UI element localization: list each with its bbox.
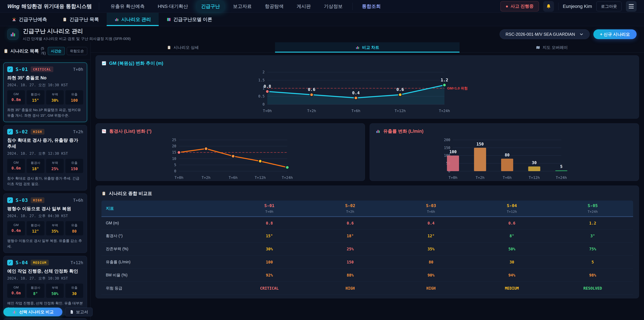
content-tab-비교차트[interactable]: 비교 차트 [275, 42, 460, 53]
nav-item-항공탐색[interactable]: 항공탐색 [260, 1, 288, 12]
bar-chart-icon [355, 45, 360, 50]
metric-value: 0.6 [310, 217, 390, 229]
scenario-id: S-03 [16, 197, 28, 203]
stat-label: 횡경사 [27, 286, 44, 290]
checkbox-checked[interactable]: ✓ [7, 197, 13, 203]
nav-item-게시판[interactable]: 게시판 [292, 1, 315, 12]
metric-value: 35% [390, 243, 472, 255]
metric-value: 75% [552, 243, 633, 255]
time-offset: T+12h [70, 260, 83, 265]
svg-text:T+0h: T+0h [263, 109, 272, 113]
stat-label: GM [7, 286, 25, 289]
tab-긴급구난예측[interactable]: 긴급구난예측 [4, 13, 55, 26]
stat-label: 부력 [46, 92, 64, 97]
alert-dot-icon: ● [506, 4, 508, 9]
stat-value: 12° [27, 229, 44, 233]
checkbox-checked[interactable]: ✓ [7, 67, 13, 72]
metric-value: 30% [229, 243, 310, 255]
scenario-card-S-02[interactable]: ✓S-02HIGHT+2h침수 확대로 경사 증가, 유출량 증가 추세2024… [3, 125, 87, 190]
nav-item-긴급구난[interactable]: 긴급구난 [197, 1, 224, 12]
metric-label: 유출률 (L/min) [102, 255, 229, 268]
stat-유출: 유출30 [66, 283, 83, 298]
scenario-stats: GM0.4m횡경사12°부력35%유출80 [7, 221, 83, 235]
gm-chart-title: GM (복원심) 변화 추이 (m) [102, 60, 633, 66]
scenario-card-S-03[interactable]: ✓S-03HIGHT+6h평형수 이동으로 경사 일부 복원2024. 10. … [3, 193, 87, 253]
checkbox-checked[interactable]: ✓ [7, 260, 13, 265]
scenario-list: ✓S-01CRITICALT+0h좌현 35° 충돌로 No2024. 10. … [0, 60, 90, 320]
content-tab-시나리오상세[interactable]: 시나리오 상세 [90, 42, 275, 53]
scenario-stats: GM0.6m횡경사18°부력25%유출150 [7, 159, 83, 173]
document-icon [70, 310, 74, 314]
stat-value: 35% [46, 229, 64, 233]
scenario-datetime: 2024. 10. 27. 오후 04:30 KST [7, 213, 83, 218]
incident-select[interactable]: RSC-2026-001·M/V SEA GUARDIAN [500, 29, 590, 39]
scenario-id: S-01 [16, 67, 28, 72]
svg-text:0.5: 0.5 [258, 94, 265, 98]
svg-text:GM=1.0 위험: GM=1.0 위험 [447, 86, 468, 90]
scenario-column-time: T+6h [390, 210, 472, 214]
scenario-card-S-05[interactable]: ✓S-05RESOLVEDT+24h목포항 도착, 선체 안정2024. 10.… [3, 318, 87, 320]
scenario-card-S-01[interactable]: ✓S-01CRITICALT+0h좌현 35° 충돌로 No2024. 10. … [3, 63, 87, 122]
nav-item-보고자료[interactable]: 보고자료 [228, 1, 256, 12]
charts-area: GM (복원심) 변화 추이 (m) 00.511.52T+0hT+2hT+6h… [90, 53, 644, 320]
svg-text:T+0h: T+0h [174, 176, 184, 180]
metric-value: 0.6 [472, 217, 552, 229]
checkbox-checked[interactable]: ✓ [7, 129, 13, 135]
sort-buttons: 시간순 위험도순 [48, 47, 87, 55]
scenario-card-S-04[interactable]: ✓S-04MEDIUMT+12h예인 작업 진행중, 선체 안정화 확인2024… [3, 256, 87, 315]
chart-title-label: 횡경사 (List) 변화 (°) [109, 128, 152, 134]
nav-item-유출유확산예측[interactable]: 유출유 확산예측 [106, 1, 149, 12]
list-chart-title: 횡경사 (List) 변화 (°) [102, 128, 359, 134]
compare-scenarios-button[interactable]: 선택 시나리오 비교 [3, 307, 62, 316]
chart-row: 횡경사 (List) 변화 (°) 0510152025T+0hT+2hT+6h… [96, 123, 639, 181]
stat-유출: 유출100 [66, 90, 83, 105]
svg-text:T+0h: T+0h [448, 176, 458, 180]
svg-text:T+2h: T+2h [307, 109, 316, 113]
metric-value: 94% [472, 269, 552, 281]
scenario-title: 예인 작업 진행중, 선체 안정화 확인 [7, 268, 83, 274]
stat-부력: 부력30% [46, 90, 64, 105]
menu-button[interactable] [626, 1, 636, 12]
svg-text:20: 20 [172, 144, 176, 148]
sort-by-time-button[interactable]: 시간순 [48, 47, 65, 55]
scenario-title: 평형수 이동으로 경사 일부 복원 [7, 206, 83, 212]
stat-value: 100 [66, 98, 83, 103]
tab-긴급구난모델이론[interactable]: 긴급구난모델 이론 [159, 13, 220, 26]
sort-by-risk-button[interactable]: 위험도순 [67, 47, 87, 55]
svg-text:0: 0 [174, 169, 176, 173]
new-scenario-button[interactable]: + 신규 시나리오 [593, 29, 637, 39]
notifications-button[interactable] [543, 1, 554, 12]
map-icon [536, 45, 540, 50]
metric-value: RESOLVED [552, 282, 633, 294]
nav-item-HNS·대기확산[interactable]: HNS·대기확산 [154, 1, 192, 12]
alert-label: 사고 진행중 [510, 3, 534, 9]
nav-item-기상정보[interactable]: 기상정보 [320, 1, 347, 12]
metric-value: 90% [390, 269, 472, 281]
metric-value: 98% [552, 269, 633, 281]
content-tab-지도오버레이[interactable]: 지도 오버레이 [460, 42, 644, 53]
incident-select-value: RSC-2026-001·M/V SEA GUARDIAN [506, 32, 575, 37]
stat-value: 18° [27, 167, 44, 171]
stat-label: 유출 [66, 286, 83, 290]
metric-value: 25% [310, 243, 390, 255]
report-button[interactable]: 보고서 [65, 307, 92, 316]
table-row: BM 비율 (%)92%88%90%94%98% [102, 269, 633, 282]
sidebar-title: 시나리오 목록 [10, 48, 39, 54]
svg-text:25: 25 [172, 138, 176, 142]
tab-긴급구난목록[interactable]: 긴급구난 목록 [55, 13, 107, 26]
scenario-title: 좌현 35° 충돌로 No [7, 75, 83, 81]
list-trend-chart: 0510152025T+0hT+2hT+6hT+12hT+24h [102, 134, 359, 182]
scenario-id: S-04 [16, 260, 28, 265]
spill-chart-panel: 유출률 변화 (L/min) 050100150200T+0hT+2hT+6hT… [370, 123, 639, 181]
scenario-datetime: 2024. 10. 27. 오후 12:30 KST [7, 151, 83, 156]
nav-item-통합조회[interactable]: 통합조회 [358, 1, 385, 12]
module-tab-bar: 긴급구난예측긴급구난 목록시나리오 관리긴급구난모델 이론 [0, 13, 644, 26]
svg-text:1.5: 1.5 [258, 78, 265, 82]
svg-text:15: 15 [172, 150, 176, 154]
page-header: 긴급구난 시나리오 관리 시간 단계별 시나리오 비교·검토 및 구난 의사결정… [0, 26, 644, 42]
tab-시나리오관리[interactable]: 시나리오 관리 [107, 13, 159, 26]
content-tab-label: 비교 차트 [362, 45, 379, 50]
scenario-column-id: S-03 [390, 203, 472, 208]
logout-button[interactable]: 로그아웃 [596, 2, 622, 11]
table-header-metric: 지표 [102, 202, 229, 215]
